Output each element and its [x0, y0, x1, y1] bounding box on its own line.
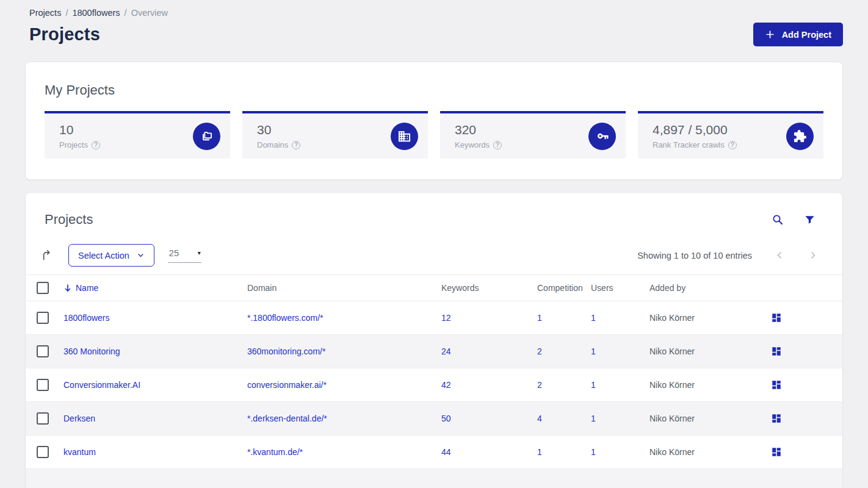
filter-icon[interactable]: [804, 214, 816, 226]
table-row: 360 Monitoring 360monitoring.com/* 24 2 …: [26, 335, 842, 368]
row-checkbox[interactable]: [37, 446, 49, 458]
crawls-count: 4,897 / 5,000: [653, 123, 737, 137]
project-keywords-link[interactable]: 50: [441, 414, 451, 423]
crawls-label: Rank Tracker crawls: [653, 140, 725, 149]
added-by: Niko Körner: [649, 346, 771, 356]
breadcrumb-projects[interactable]: Projects: [29, 8, 61, 18]
projects-count: 10: [59, 123, 100, 137]
table-row: 1800flowers *.1800flowers.com/* 12 1 1 N…: [26, 301, 842, 335]
table-row-partial: [26, 469, 842, 488]
page-size-select[interactable]: 25 ▾: [168, 248, 201, 263]
project-competition-link[interactable]: 1: [537, 447, 542, 457]
dashboard-icon[interactable]: [771, 346, 782, 357]
help-icon[interactable]: ?: [493, 141, 502, 149]
added-by: Niko Körner: [649, 414, 771, 423]
project-users-link[interactable]: 1: [591, 447, 596, 457]
project-domain-link[interactable]: *.kvantum.de/*: [247, 447, 303, 457]
project-name-link[interactable]: 1800flowers: [63, 313, 110, 323]
stat-tile-domains: 30 Domains ?: [242, 111, 428, 159]
page-size-value: 25: [169, 248, 179, 258]
stat-tile-crawls: 4,897 / 5,000 Rank Tracker crawls ?: [638, 111, 823, 159]
project-domain-link[interactable]: *.1800flowers.com/*: [247, 313, 324, 323]
add-project-label: Add Project: [782, 30, 831, 40]
column-header-domain[interactable]: Domain: [247, 283, 441, 293]
help-icon[interactable]: ?: [728, 141, 737, 149]
column-header-keywords[interactable]: Keywords: [441, 283, 537, 293]
page-title: Projects: [29, 24, 100, 45]
select-all-checkbox[interactable]: [37, 282, 49, 294]
page: Projects / 1800flowers / Overview Projec…: [0, 0, 868, 488]
help-icon[interactable]: ?: [292, 141, 300, 149]
assign-arrow-icon[interactable]: [40, 249, 53, 262]
domains-count: 30: [257, 123, 300, 137]
project-name-link[interactable]: kvantum: [63, 447, 96, 457]
stat-tile-keywords: 320 Keywords ?: [440, 111, 626, 159]
add-project-button[interactable]: Add Project: [753, 23, 843, 46]
dashboard-icon[interactable]: [771, 413, 782, 424]
breadcrumb-separator: /: [125, 8, 127, 18]
domains-label: Domains: [257, 140, 288, 149]
entries-status: Showing 1 to 10 of 10 entries: [637, 251, 752, 260]
project-competition-link[interactable]: 2: [537, 380, 542, 390]
plus-icon: [765, 29, 775, 40]
project-users-link[interactable]: 1: [591, 346, 596, 356]
column-header-name[interactable]: Name: [63, 283, 247, 293]
breadcrumb-project-name[interactable]: 1800flowers: [72, 8, 120, 18]
key-icon: [588, 123, 616, 150]
select-action-label: Select Action: [78, 251, 129, 260]
table-row: Derksen *.derksen-dental.de/* 50 4 1 Nik…: [26, 402, 842, 436]
page-header: Projects Add Project: [25, 23, 843, 46]
stat-tiles: 10 Projects ? 30 Domai: [45, 111, 823, 159]
project-competition-link[interactable]: 1: [537, 313, 542, 323]
project-keywords-link[interactable]: 44: [441, 447, 451, 457]
table-row: kvantum *.kvantum.de/* 44 1 1 Niko Körne…: [26, 436, 842, 469]
chevron-down-icon: [137, 251, 145, 259]
dashboard-icon[interactable]: [771, 312, 782, 323]
added-by: Niko Körner: [649, 380, 771, 390]
breadcrumb-current: Overview: [131, 8, 168, 18]
table-row: Conversionmaker.AI conversionmaker.ai/* …: [26, 368, 842, 402]
pagination-next-icon[interactable]: [808, 250, 818, 260]
column-header-users[interactable]: Users: [591, 283, 649, 293]
keywords-count: 320: [455, 123, 502, 137]
project-name-link[interactable]: Conversionmaker.AI: [63, 380, 140, 390]
project-name-link[interactable]: 360 Monitoring: [63, 346, 120, 356]
table-toolbar: Select Action 25 ▾ Showing 1 to 10 of 10…: [26, 244, 842, 267]
projects-card-title: Projects: [45, 212, 93, 228]
dashboard-icon[interactable]: [771, 447, 782, 458]
project-domain-link[interactable]: *.derksen-dental.de/*: [247, 414, 327, 423]
project-competition-link[interactable]: 2: [537, 346, 542, 356]
help-icon[interactable]: ?: [92, 141, 100, 149]
project-users-link[interactable]: 1: [591, 380, 596, 390]
column-header-competition[interactable]: Competition: [537, 283, 591, 293]
row-checkbox[interactable]: [37, 345, 49, 357]
column-header-added-by[interactable]: Added by: [649, 283, 771, 293]
caret-down-icon: ▾: [198, 249, 201, 256]
domains-icon: [391, 123, 418, 150]
dashboard-icon[interactable]: [771, 379, 782, 390]
breadcrumb: Projects / 1800flowers / Overview: [29, 8, 843, 18]
project-competition-link[interactable]: 4: [537, 414, 542, 423]
project-keywords-link[interactable]: 24: [441, 346, 451, 356]
project-domain-link[interactable]: 360monitoring.com/*: [247, 346, 325, 356]
select-action-dropdown[interactable]: Select Action: [68, 244, 154, 267]
added-by: Niko Körner: [649, 447, 771, 457]
project-domain-link[interactable]: conversionmaker.ai/*: [247, 380, 327, 390]
project-keywords-link[interactable]: 42: [441, 380, 451, 390]
table-header-row: Name Domain Keywords Competition Users A…: [26, 274, 842, 301]
row-checkbox[interactable]: [37, 412, 49, 425]
my-projects-title: My Projects: [45, 82, 823, 98]
project-users-link[interactable]: 1: [591, 313, 596, 323]
row-checkbox[interactable]: [37, 379, 49, 391]
pagination-prev-icon[interactable]: [775, 250, 785, 260]
project-name-link[interactable]: Derksen: [63, 414, 95, 423]
stat-tile-projects: 10 Projects ?: [45, 111, 230, 159]
project-users-link[interactable]: 1: [591, 414, 596, 423]
project-keywords-link[interactable]: 12: [441, 313, 451, 323]
projects-label: Projects: [59, 140, 88, 149]
table-body: 1800flowers *.1800flowers.com/* 12 1 1 N…: [26, 301, 842, 469]
keywords-label: Keywords: [455, 140, 490, 149]
row-checkbox[interactable]: [37, 312, 49, 324]
search-icon[interactable]: [772, 214, 784, 226]
added-by: Niko Körner: [649, 313, 771, 323]
